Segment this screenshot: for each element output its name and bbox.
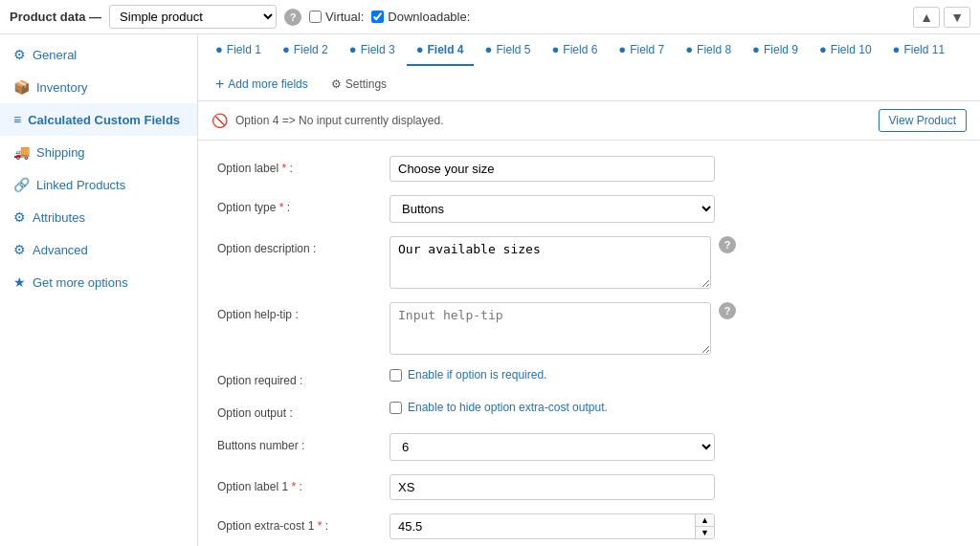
sidebar-item-get-more-label: Get more options: [33, 275, 128, 290]
tab-field1-label: Field 1: [227, 43, 261, 56]
option-description-help-icon[interactable]: ?: [719, 236, 736, 253]
add-more-icon: +: [215, 76, 224, 93]
tab-field10-icon: ●: [819, 42, 827, 56]
settings-tab[interactable]: ⚙ Settings: [322, 70, 396, 98]
option-extracost1-down[interactable]: ▼: [696, 527, 714, 538]
option-extracost1-row: Option extra-cost 1 * : ▲ ▼: [217, 513, 961, 539]
option-type-select[interactable]: Buttons Dropdown Radio Checkbox Text Tex…: [390, 195, 715, 223]
tab-field7-icon: ●: [618, 42, 626, 56]
option-label1-control: [390, 474, 715, 500]
buttons-number-select[interactable]: 1234 567 8910: [390, 433, 715, 461]
option-output-label: Option output :: [217, 401, 380, 420]
buttons-number-label: Buttons number :: [217, 433, 380, 452]
option-required-checkbox-label[interactable]: Enable if option is required.: [390, 368, 715, 382]
option-required-checkbox[interactable]: [390, 369, 402, 382]
sidebar-item-attributes-label: Attributes: [33, 210, 85, 225]
ccf-icon: ≡: [13, 112, 21, 127]
product-data-label: Product data —: [10, 10, 101, 24]
option-helptip-help-icon[interactable]: ?: [719, 302, 736, 319]
option-required-row: Option required : Enable if option is re…: [217, 368, 961, 387]
tab-field11[interactable]: ● Field 11: [883, 34, 955, 66]
option-description-label: Option description :: [217, 236, 380, 255]
option-extracost1-label: Option extra-cost 1 * :: [217, 513, 380, 533]
virtual-checkbox[interactable]: [309, 11, 322, 23]
option-label-control: [390, 156, 715, 182]
get-more-icon: ★: [13, 274, 26, 290]
scroll-down-button[interactable]: ▼: [944, 7, 970, 28]
general-icon: ⚙: [13, 47, 26, 62]
tab-field1[interactable]: ● Field 1: [206, 34, 271, 66]
option-helptip-control: ?: [390, 302, 736, 355]
notice-icon: 🚫: [212, 113, 228, 128]
sidebar-item-ccf-label: Calculated Custom Fields: [28, 113, 180, 127]
sidebar-item-get-more[interactable]: ★ Get more options: [0, 266, 197, 298]
add-more-fields-tab[interactable]: + Add more fields: [206, 68, 318, 100]
option-type-row: Option type * : Buttons Dropdown Radio C…: [217, 195, 961, 223]
tab-field7-label: Field 7: [630, 43, 664, 56]
top-bar-actions: ▲ ▼: [913, 7, 970, 28]
option-extracost1-spinner: ▲ ▼: [390, 513, 715, 539]
product-type-select[interactable]: Simple product Grouped product External/…: [109, 5, 277, 29]
view-product-button[interactable]: View Product: [879, 109, 967, 132]
sidebar-item-advanced-label: Advanced: [33, 243, 88, 257]
sidebar-item-shipping[interactable]: 🚚 Shipping: [0, 136, 197, 168]
sidebar-item-attributes[interactable]: ⚙ Attributes: [0, 201, 197, 233]
option-helptip-textarea[interactable]: [390, 302, 711, 355]
required-star-2: *: [279, 201, 284, 214]
tab-field2[interactable]: ● Field 2: [273, 34, 338, 66]
option-output-checkbox-label[interactable]: Enable to hide option extra-cost output.: [390, 401, 715, 414]
sidebar-item-general-label: General: [33, 48, 77, 62]
option-required-label: Option required :: [217, 368, 380, 387]
sidebar-item-linked-products[interactable]: 🔗 Linked Products: [0, 168, 197, 201]
virtual-group: Virtual:: [309, 10, 364, 24]
tab-field10[interactable]: ● Field 10: [810, 34, 881, 66]
option-helptip-label: Option help-tip :: [217, 302, 380, 321]
sidebar-item-calculated-custom-fields[interactable]: ≡ Calculated Custom Fields: [0, 103, 197, 136]
sidebar-item-general[interactable]: ⚙ General: [0, 38, 197, 71]
tab-field3[interactable]: ● Field 3: [340, 34, 405, 66]
tab-field4-icon: ●: [416, 42, 424, 56]
option-output-checkbox[interactable]: [390, 402, 402, 414]
tab-field5-label: Field 5: [496, 43, 530, 56]
main-layout: ⚙ General 📦 Inventory ≡ Calculated Custo…: [0, 34, 980, 546]
tab-field9[interactable]: ● Field 9: [743, 34, 808, 66]
option-label1-row: Option label 1 * :: [217, 474, 961, 500]
option-extracost1-input[interactable]: [390, 514, 695, 538]
notice-text-group: 🚫 Option 4 => No input currently display…: [212, 113, 443, 128]
scroll-up-button[interactable]: ▲: [913, 7, 940, 28]
inventory-icon: 📦: [13, 79, 30, 95]
settings-label: Settings: [345, 77, 387, 91]
option-extracost1-control: ▲ ▼: [390, 513, 715, 539]
tab-field6[interactable]: ● Field 6: [542, 34, 607, 66]
tab-field6-label: Field 6: [563, 43, 597, 56]
sidebar-item-linked-label: Linked Products: [36, 178, 125, 192]
downloadable-checkbox[interactable]: [371, 11, 384, 23]
option-label1-label: Option label 1 * :: [217, 474, 380, 493]
tab-field11-icon: ●: [893, 42, 901, 56]
tab-field5[interactable]: ● Field 5: [476, 34, 541, 66]
option-label-input[interactable]: [390, 156, 715, 182]
tab-field3-label: Field 3: [361, 43, 395, 56]
buttons-number-control: 1234 567 8910: [390, 433, 715, 461]
sidebar-item-advanced[interactable]: ⚙ Advanced: [0, 233, 197, 266]
option-output-row: Option output : Enable to hide option ex…: [217, 401, 961, 420]
option-description-control: Our available sizes ?: [390, 236, 736, 289]
sidebar: ⚙ General 📦 Inventory ≡ Calculated Custo…: [0, 34, 198, 546]
tab-field8[interactable]: ● Field 8: [676, 34, 741, 66]
settings-gear-icon: ⚙: [331, 77, 342, 91]
option-description-textarea[interactable]: Our available sizes: [390, 236, 711, 289]
tab-field4[interactable]: ● Field 4: [407, 34, 474, 66]
tab-field10-label: Field 10: [831, 43, 872, 56]
add-more-label: Add more fields: [228, 77, 307, 91]
tab-field4-label: Field 4: [428, 43, 464, 56]
sidebar-item-shipping-label: Shipping: [36, 145, 85, 160]
product-type-help-icon[interactable]: ?: [284, 9, 301, 26]
option-extracost1-up[interactable]: ▲: [696, 514, 714, 527]
tab-field8-icon: ●: [685, 42, 693, 56]
sidebar-item-inventory[interactable]: 📦 Inventory: [0, 71, 197, 103]
downloadable-group: Downloadable:: [371, 10, 470, 24]
option-label1-input[interactable]: [390, 474, 715, 500]
notice-text: Option 4 => No input currently displayed…: [235, 114, 443, 127]
tab-field7[interactable]: ● Field 7: [609, 34, 674, 66]
required-star-1: *: [281, 162, 286, 175]
